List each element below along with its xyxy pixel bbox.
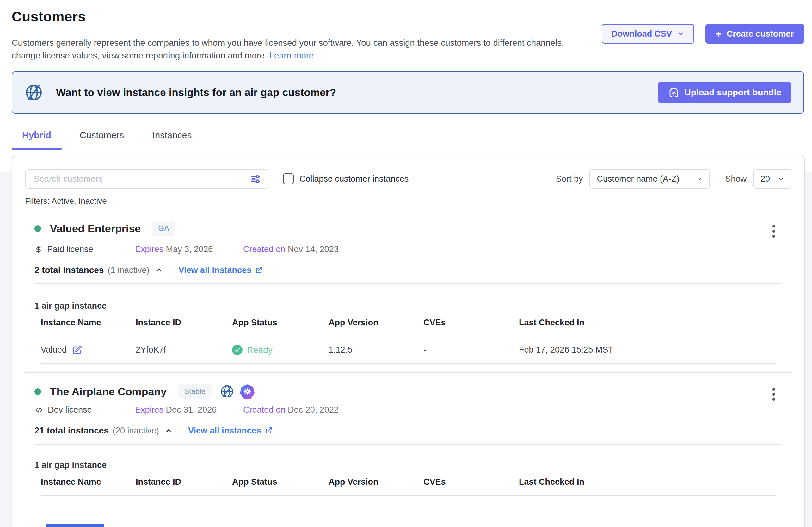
app-version-cell: 1.12.5 [329,336,423,364]
view-all-instances-link[interactable]: View all instances [188,426,273,436]
created-value: Nov 14, 2023 [288,244,339,254]
download-csv-button[interactable]: Download CSV [602,24,694,44]
download-csv-label: Download CSV [611,29,672,39]
show-label: Show [725,174,746,184]
view-all-instances-link[interactable]: View all instances [178,266,263,275]
column-header-cves: CVEs [423,318,519,336]
filter-sliders-icon[interactable] [249,173,261,185]
expires-value: May 3, 2026 [166,244,213,254]
column-header-app-status: App Status [232,477,329,495]
created-cell: Created on Dec 20, 2022 [243,405,339,415]
customers-page: Customers Customers generally represent … [0,0,812,527]
column-header-instance-id: Instance ID [136,477,232,495]
chevron-down-icon [696,175,703,182]
active-status-dot [34,225,41,232]
upload-bundle-icon [668,87,680,98]
kebab-menu-button[interactable] [771,386,777,403]
search-input[interactable] [25,169,269,189]
filters-summary: Filters: Active, Inactive [25,196,792,206]
page-gutter-right [805,172,812,527]
customers-card: Collapse customer instances Sort by Cust… [12,156,805,527]
instance-table-header-row: Instance Name Instance ID App Status App… [41,477,776,495]
banner-heading: Want to view instance insights for an ai… [56,87,336,99]
show-select[interactable]: 20 [753,169,792,189]
instance-table: Instance Name Instance ID App Status App… [41,477,776,496]
sort-show-controls: Sort by Customer name (A-Z) Show 20 [556,169,792,189]
license-row: Dev license Expires Dec 31, 2026 Created… [34,405,792,415]
total-instances: 2 total instances [34,265,104,275]
expires-label: Expires [135,405,163,415]
customer-name[interactable]: Valued Enterprise [50,223,141,235]
expires-label: Expires [135,244,163,254]
license-type-cell: Dev license [34,405,135,415]
active-status-dot [34,388,41,395]
column-header-app-version: App Version [329,477,423,495]
create-customer-button[interactable]: + Create customer [706,24,804,44]
airgap-instance-heading: 1 air gap instance [34,301,792,311]
tab-hybrid[interactable]: Hybrid [12,130,62,149]
license-row: Paid license Expires May 3, 2026 Created… [34,244,792,254]
total-instances: 21 total instances [34,425,109,436]
airgap-banner: Want to view instance insights for an ai… [12,71,804,114]
check-circle-icon [232,345,243,355]
page-description: Customers generally represent the compan… [12,37,575,62]
instance-table: Instance Name Instance ID App Status App… [41,318,776,364]
upload-bundle-label: Upload support bundle [685,88,781,97]
page-header: Customers Customers generally represent … [0,0,812,62]
view-all-instances-label: View all instances [188,426,261,436]
create-customer-label: Create customer [727,29,794,39]
page-gutter-left [0,172,12,527]
collapse-instances-control: Collapse customer instances [283,174,408,184]
view-all-instances-label: View all instances [178,266,251,275]
instance-name-cell: Valued [41,345,136,355]
channel-badge: Stable [178,384,212,399]
customer-name[interactable]: The Airplane Company [50,386,166,398]
expires-cell: Expires Dec 31, 2026 [135,405,226,415]
created-label: Created on [243,244,286,254]
cves-cell: - [423,336,519,364]
collapse-label: Collapse customer instances [300,174,408,184]
globe-slash-icon [24,83,43,102]
column-header-last-checked-in: Last Checked In [519,477,776,495]
column-header-instance-name: Instance Name [41,477,136,495]
tab-instances[interactable]: Instances [142,130,202,149]
tab-customers[interactable]: Customers [69,130,134,149]
license-type: Dev license [48,405,92,415]
page-title: Customers [12,9,804,25]
airgap-instance-heading: 1 air gap instance [34,460,792,470]
code-icon [34,406,43,415]
instances-summary-row: 21 total instances (20 inactive) View al… [34,425,792,436]
external-link-icon [265,427,273,434]
search-box [25,169,269,189]
collapse-checkbox[interactable] [283,174,294,184]
horizontal-scrollbar-thumb[interactable] [46,524,104,527]
sort-select-value: Customer name (A-Z) [597,174,679,184]
sort-by-label: Sort by [556,174,583,184]
app-status-cell: Ready [232,345,329,355]
license-type-cell: Paid license [34,244,135,254]
learn-more-link[interactable]: Learn more [270,50,314,60]
created-label: Created on [243,405,286,415]
column-header-app-version: App Version [329,318,423,336]
kubernetes-icon: ☸ [240,384,255,399]
expires-cell: Expires May 3, 2026 [135,244,226,254]
inactive-count: (1 inactive) [107,266,149,275]
customer-separator [25,372,792,373]
sort-select[interactable]: Customer name (A-Z) [589,169,710,189]
license-type: Paid license [47,244,93,254]
customer-header: The Airplane Company Stable ☸ [34,384,792,399]
kebab-menu-button[interactable] [771,223,777,240]
column-header-cves: CVEs [423,477,519,495]
list-controls: Collapse customer instances Sort by Cust… [25,169,792,189]
inactive-count: (20 inactive) [113,426,159,436]
channel-badge: GA [152,221,175,236]
edit-icon[interactable] [72,345,82,355]
divider [34,444,781,445]
chevron-up-icon[interactable] [165,426,173,435]
upload-support-bundle-button[interactable]: Upload support bundle [658,82,792,103]
expires-value: Dec 31, 2026 [166,405,217,415]
tab-bar: Hybrid Customers Instances [12,130,804,149]
customer-valued-enterprise: Valued Enterprise GA Paid license Expire… [25,221,792,373]
chevron-up-icon[interactable] [155,266,163,274]
instance-table-header-row: Instance Name Instance ID App Status App… [41,318,776,336]
